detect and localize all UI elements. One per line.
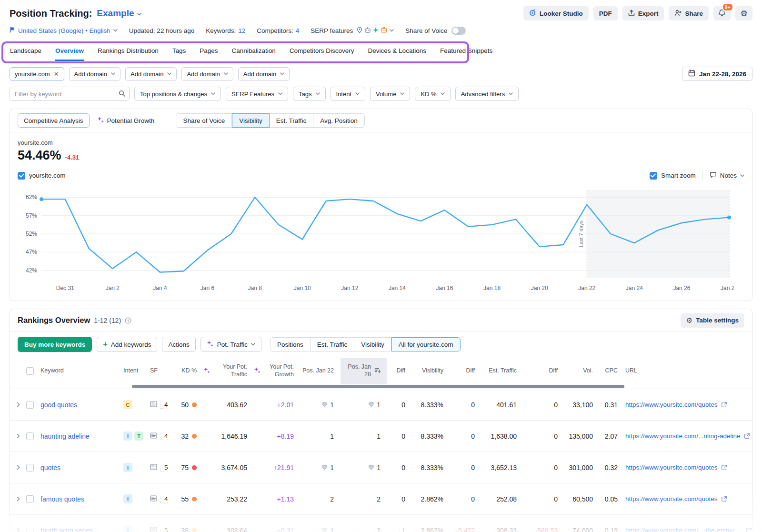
- external-link-icon[interactable]: [744, 433, 750, 439]
- serp-features-cell[interactable]: 5: [150, 527, 174, 532]
- select-all-checkbox[interactable]: [26, 358, 40, 384]
- tab-landscape[interactable]: Landscape: [10, 44, 42, 61]
- keywords-count-link[interactable]: 12: [238, 27, 245, 34]
- table-settings-button[interactable]: ⚙ Table settings: [681, 313, 744, 328]
- project-selector[interactable]: Example: [97, 8, 141, 19]
- row-expander-icon[interactable]: [10, 528, 26, 532]
- search-button[interactable]: [114, 87, 129, 100]
- column-header-url[interactable]: URL: [624, 358, 752, 384]
- metric-tab-avg-position[interactable]: Avg. Position: [313, 113, 365, 128]
- competitive-analysis-button[interactable]: Competitive Analysis: [18, 113, 90, 128]
- tab-pages[interactable]: Pages: [199, 44, 218, 61]
- row-checkbox[interactable]: [26, 464, 40, 472]
- looker-studio-button[interactable]: Looker Studio: [523, 6, 589, 20]
- column-header-cpc[interactable]: CPC: [600, 358, 624, 384]
- column-header-diff[interactable]: Diff: [523, 358, 564, 384]
- filter-top-positions-changes[interactable]: Top positions & changes: [134, 87, 221, 101]
- keyword-link[interactable]: fourth wing series: [40, 527, 93, 532]
- filter-volume[interactable]: Volume: [370, 87, 410, 101]
- filter-serp-features[interactable]: SERP Features: [226, 87, 288, 101]
- row-checkbox[interactable]: [26, 495, 40, 503]
- url-link[interactable]: https://www.yoursite.com/quotes: [625, 464, 718, 471]
- export-button[interactable]: Export: [622, 6, 664, 20]
- column-header-your-pot-growth[interactable]: Your Pot. Growth: [254, 358, 301, 384]
- metric-tab-est-traffic[interactable]: Est. Traffic: [270, 113, 314, 128]
- pdf-button[interactable]: PDF: [593, 6, 618, 20]
- scrollbar-thumb[interactable]: [132, 385, 624, 388]
- column-header-sf[interactable]: SF: [150, 358, 174, 384]
- column-header-pos-jan-28[interactable]: Pos. Jan 28: [341, 358, 387, 384]
- remove-domain-icon[interactable]: ✕: [54, 71, 59, 77]
- tab-devices-locations[interactable]: Devices & Locations: [368, 44, 427, 61]
- external-link-icon[interactable]: [721, 464, 727, 471]
- row-checkbox[interactable]: [26, 401, 40, 409]
- row-expander-icon[interactable]: [10, 496, 26, 502]
- url-link[interactable]: https://www.yoursite.com/...nting-adelin…: [625, 432, 741, 440]
- url-link[interactable]: https://www.yoursite.com/quotes: [625, 495, 718, 502]
- row-expander-icon[interactable]: [10, 402, 26, 407]
- add-domain-chip[interactable]: Add domain: [181, 67, 233, 81]
- keyword-link[interactable]: good quotes: [40, 401, 77, 409]
- info-icon[interactable]: [125, 317, 131, 324]
- tab-featured-snippets[interactable]: Featured Snippets: [440, 44, 493, 61]
- legend-checkbox[interactable]: [18, 172, 25, 180]
- column-header-your-pot-traffic[interactable]: Your Pot. Traffic: [203, 358, 254, 384]
- column-header-intent[interactable]: Intent: [123, 358, 150, 384]
- filter-advanced-filters[interactable]: Advanced filters: [455, 87, 519, 101]
- serp-features-cell[interactable]: 4: [150, 495, 174, 503]
- serp-features-selector[interactable]: SERP features: [311, 27, 394, 35]
- tab-competitors-discovery[interactable]: Competitors Discovery: [289, 44, 355, 61]
- column-header-vol[interactable]: Vol.: [564, 358, 600, 384]
- url-link[interactable]: https://www.yoursite.com/...-the-empyrea…: [625, 527, 742, 532]
- tab-cannibalization[interactable]: Cannibalization: [231, 44, 276, 61]
- row-checkbox[interactable]: [26, 527, 40, 532]
- actions-button[interactable]: Actions: [162, 337, 195, 352]
- settings-button[interactable]: ⚙: [735, 6, 752, 20]
- domain-chip[interactable]: yoursite.com ✕: [10, 67, 64, 81]
- view-tab-est-traffic[interactable]: Est. Traffic: [311, 337, 355, 351]
- smart-zoom-checkbox[interactable]: [650, 172, 657, 180]
- add-keywords-button[interactable]: + Add keywords: [97, 337, 157, 352]
- tab-overview[interactable]: Overview: [55, 44, 84, 61]
- row-expander-icon[interactable]: [10, 465, 26, 470]
- view-tab-visibility[interactable]: Visibility: [354, 337, 391, 351]
- metric-tab-share-of-voice[interactable]: Share of Voice: [176, 113, 232, 128]
- serp-features-cell[interactable]: 4: [150, 401, 174, 409]
- add-domain-chip[interactable]: Add domain: [69, 67, 120, 81]
- competitors-count-link[interactable]: 4: [296, 27, 300, 34]
- add-domain-chip[interactable]: Add domain: [238, 67, 290, 81]
- share-button[interactable]: Share: [669, 6, 709, 20]
- serp-features-cell[interactable]: 5: [150, 464, 174, 472]
- metric-tab-visibility[interactable]: Visibility: [232, 113, 270, 128]
- buy-more-keywords-button[interactable]: Buy more keywords: [18, 337, 92, 352]
- column-header-diff[interactable]: Diff: [450, 358, 481, 384]
- pot-traffic-dropdown[interactable]: Pot. Traffic: [201, 337, 261, 352]
- serp-features-cell[interactable]: 4: [150, 432, 174, 440]
- keyword-link[interactable]: haunting adeline: [40, 432, 90, 440]
- tab-rankings-distribution[interactable]: Rankings Distribution: [97, 44, 159, 61]
- filter-intent[interactable]: Intent: [331, 87, 366, 101]
- notifications-button[interactable]: 9+: [713, 6, 731, 20]
- column-header-keyword[interactable]: Keyword: [40, 358, 123, 384]
- view-tab-all-for-yoursite-com[interactable]: All for yoursite.com: [391, 337, 461, 351]
- filter-tags[interactable]: Tags: [293, 87, 325, 101]
- column-header-visibility[interactable]: Visibility: [412, 358, 450, 384]
- external-link-icon[interactable]: [721, 496, 727, 502]
- column-header-kd[interactable]: KD %: [174, 358, 203, 384]
- external-link-icon[interactable]: [746, 527, 752, 532]
- smart-zoom-control[interactable]: Smart zoom: [650, 172, 696, 180]
- row-expander-icon[interactable]: [10, 433, 26, 439]
- share-of-voice-toggle[interactable]: [451, 27, 466, 35]
- keyword-filter-input[interactable]: [10, 87, 114, 100]
- view-tab-positions[interactable]: Positions: [270, 337, 311, 351]
- tab-tags[interactable]: Tags: [172, 44, 187, 61]
- keyword-link[interactable]: quotes: [40, 464, 60, 472]
- visibility-line-chart[interactable]: 42%47%52%57%62%Last 7 daysDec 31Jan 2Jan…: [18, 183, 734, 294]
- add-domain-chip[interactable]: Add domain: [125, 67, 177, 81]
- locale-selector[interactable]: United States (Google) • English: [10, 27, 118, 34]
- row-checkbox[interactable]: [26, 432, 40, 440]
- keyword-link[interactable]: famous quotes: [40, 495, 84, 503]
- date-range-picker[interactable]: Jan 22-28, 2026: [682, 67, 752, 81]
- url-link[interactable]: https://www.yoursite.com/quotes: [625, 401, 718, 408]
- filter-kd[interactable]: KD %: [415, 87, 450, 101]
